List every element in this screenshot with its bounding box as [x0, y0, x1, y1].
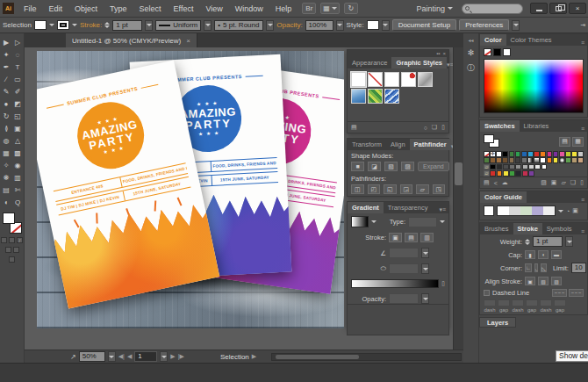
color-group-folder-icon[interactable]: ▱ [484, 164, 490, 170]
swatch[interactable] [577, 151, 584, 157]
horizontal-scrollbar[interactable] [271, 353, 462, 361]
gradient-button[interactable] [9, 237, 15, 243]
panel-menu-icon[interactable]: ▾≡ [447, 61, 453, 68]
white-chip[interactable] [503, 48, 511, 56]
swatch[interactable] [509, 170, 515, 177]
dash-field[interactable] [554, 299, 566, 306]
minus-back-icon[interactable]: ◳ [433, 184, 446, 194]
swatch[interactable] [515, 170, 521, 177]
artboard-photo[interactable]: SUMMER CLUB PRESENTS ★ ★ ★ AMAZING PARTY… [37, 51, 344, 328]
last-artboard-icon[interactable]: |▶ [178, 353, 184, 360]
menu-item-help[interactable]: Help [269, 0, 298, 18]
draw-normal-button[interactable] [5, 247, 11, 253]
cs-live-button[interactable]: ↻ [344, 3, 358, 14]
fill-chevron-icon[interactable] [49, 24, 54, 26]
pencil-tool[interactable]: ✐ [12, 85, 24, 97]
tab-swatches[interactable]: Swatches [480, 120, 520, 132]
symbol-sprayer-tool[interactable]: ❋ [1, 171, 12, 184]
vertical-scroll-thumb[interactable] [455, 162, 463, 185]
fill-stroke-proxies[interactable] [3, 213, 22, 234]
base-color-chip[interactable] [484, 205, 494, 216]
type-tool[interactable]: T [12, 61, 24, 73]
tab-appearance[interactable]: Appearance [348, 57, 391, 68]
graphic-style-thumb[interactable] [368, 89, 383, 104]
swatch[interactable] [497, 170, 503, 177]
tab-color-themes[interactable]: Color Themes [506, 34, 556, 46]
swatch[interactable] [527, 157, 534, 163]
graphic-style-thumb[interactable] [351, 89, 366, 104]
swatch[interactable] [577, 157, 584, 163]
free-transform-tool[interactable]: ▣ [12, 122, 24, 134]
aspect-dropdown[interactable] [421, 263, 429, 274]
swatch-none[interactable] [484, 151, 490, 157]
swatch[interactable] [490, 164, 496, 170]
list-view-icon[interactable]: ▤ [559, 137, 570, 147]
swatch[interactable] [559, 151, 565, 157]
opacity-field[interactable]: 100% [305, 20, 333, 31]
delete-swatch-icon[interactable]: ▯ [580, 179, 584, 186]
paintbrush-tool[interactable]: ✎ [1, 85, 12, 97]
workspace-switcher[interactable]: Painting [416, 4, 453, 13]
new-graphic-style-icon[interactable]: ❏ [432, 124, 437, 131]
tab-color[interactable]: Color [480, 34, 506, 46]
brush-definition-dropdown[interactable] [266, 20, 274, 31]
menu-item-select[interactable]: Select [133, 0, 168, 18]
eyedropper-tool[interactable]: ✧ [1, 159, 12, 171]
panel-menu-icon[interactable]: ≡ [581, 126, 587, 132]
panel-menu-icon[interactable]: ▾≡ [439, 206, 448, 213]
divide-icon[interactable]: ◫ [351, 184, 364, 194]
width-tool[interactable]: ≬ [1, 122, 12, 134]
swatch[interactable] [484, 157, 490, 163]
swatch[interactable] [509, 157, 515, 163]
stroke-color-chip[interactable] [57, 20, 69, 30]
first-artboard-icon[interactable]: ◀| [118, 353, 125, 360]
stroke-chevron-icon[interactable] [72, 24, 77, 26]
swatch[interactable] [534, 157, 540, 163]
graphic-style-thumb[interactable] [384, 89, 399, 104]
restore-button[interactable] [549, 3, 567, 14]
tab-libraries[interactable]: Libraries [520, 120, 554, 132]
swatch[interactable] [559, 157, 565, 163]
angle-dropdown[interactable] [421, 248, 429, 258]
stroke-weight-stepper[interactable] [104, 22, 110, 28]
tab-transparency[interactable]: Transparency [384, 202, 433, 213]
dashed-line-checkbox[interactable] [484, 290, 490, 296]
swatch[interactable] [553, 157, 559, 163]
perspective-grid-tool[interactable]: △ [12, 134, 24, 147]
miter-join-icon[interactable]: ∟ [525, 263, 532, 272]
align-center-icon[interactable]: ▣ [525, 277, 535, 285]
weight-stepper[interactable] [525, 239, 530, 245]
preserve-dash-icon[interactable]: – – – [552, 289, 567, 297]
minus-front-icon[interactable]: ◪ [368, 162, 381, 171]
swatch[interactable] [541, 164, 548, 170]
fill-stroke-indicator[interactable] [484, 134, 501, 148]
angle-field[interactable] [389, 248, 419, 258]
swatch[interactable] [509, 151, 515, 157]
fill-proxy[interactable] [3, 213, 15, 224]
swatch[interactable] [540, 157, 546, 163]
swatch[interactable] [502, 151, 508, 157]
grid-view-icon[interactable]: ▦ [572, 137, 584, 147]
swatch[interactable] [515, 164, 521, 170]
tab-gradient[interactable]: Gradient [348, 202, 384, 213]
dash-field[interactable] [540, 299, 552, 306]
width-profile-field[interactable]: Uniform [155, 20, 201, 31]
sync-cloud-icon[interactable]: ☁ [502, 179, 508, 186]
swatch[interactable] [509, 164, 515, 170]
style-chip[interactable] [367, 20, 379, 30]
swatch[interactable] [515, 151, 521, 157]
share-swatches-icon[interactable]: < [494, 180, 498, 186]
gradient-opacity-field[interactable] [389, 293, 419, 304]
align-outside-icon[interactable]: ▨ [551, 277, 562, 285]
edit-colors-icon[interactable]: ▣ [572, 207, 578, 214]
color-group-folder-icon[interactable]: ▱ [484, 170, 490, 177]
menu-item-edit[interactable]: Edit [43, 0, 69, 18]
zoom-field[interactable]: 50% [79, 351, 105, 362]
swatch[interactable] [496, 151, 502, 157]
close-panel-icon[interactable]: × [442, 51, 446, 56]
swatch[interactable] [528, 164, 534, 170]
align-dash-icon[interactable]: – – – [569, 289, 584, 297]
stroke-across-icon[interactable]: ▥ [420, 233, 434, 242]
stroke-within-icon[interactable]: ▣ [389, 233, 402, 242]
swatch[interactable] [547, 157, 553, 163]
